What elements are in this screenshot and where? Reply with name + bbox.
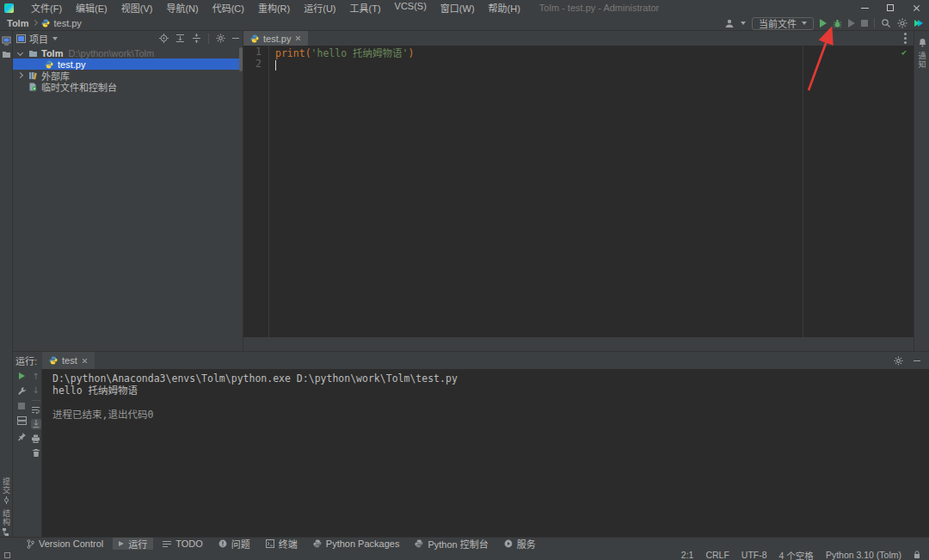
scroll-to-end-icon[interactable] <box>31 419 41 429</box>
menu-run[interactable]: 运行(U) <box>297 0 342 16</box>
menu-edit[interactable]: 编辑(E) <box>69 0 114 16</box>
toolwindow-python-packages[interactable]: Python Packages <box>307 538 406 551</box>
run-configuration-select[interactable]: 当前文件 <box>752 17 814 30</box>
chevron-collapsed-icon[interactable] <box>17 72 23 78</box>
chevron-expanded-icon[interactable] <box>17 50 23 56</box>
up-stacktrace-icon[interactable]: ↑ <box>32 372 39 381</box>
project-scrollbar[interactable] <box>239 47 243 71</box>
minimize-button[interactable] <box>852 0 877 15</box>
run-panel-settings-gear-icon[interactable] <box>894 356 903 366</box>
menu-file[interactable]: 文件(F) <box>24 0 69 16</box>
maximize-button[interactable] <box>877 0 903 15</box>
toolwindow-label: 服务 <box>517 537 536 551</box>
indent-widget[interactable]: 4 个空格 <box>779 549 814 560</box>
interpreter-widget[interactable]: Python 3.10 (Tolm) <box>826 550 901 560</box>
locate-file-button[interactable] <box>159 34 169 43</box>
encoding-widget[interactable]: UTF-8 <box>741 550 767 560</box>
toolwindow-python-console[interactable]: Python 控制台 <box>409 538 494 551</box>
menu-window[interactable]: 窗口(W) <box>434 0 482 16</box>
soft-wrap-icon[interactable] <box>31 406 40 414</box>
stop-button[interactable] <box>861 20 868 27</box>
run-with-coverage-button[interactable] <box>848 19 855 28</box>
text-caret <box>275 60 276 71</box>
project-settings-gear-icon[interactable] <box>216 34 225 43</box>
project-view-caret-icon[interactable] <box>52 37 58 40</box>
structure-stripe-label: 结构 <box>1 509 12 526</box>
tree-row-root[interactable]: Tolm D:\python\work\Tolm <box>13 47 243 58</box>
menu-navigate[interactable]: 导航(N) <box>159 0 205 16</box>
toolwindow-services[interactable]: 服务 <box>498 538 542 551</box>
toolwindow-run[interactable]: 运行 <box>113 538 153 551</box>
stop-icon <box>18 403 25 409</box>
run-button[interactable] <box>820 19 827 28</box>
collapse-all-button[interactable] <box>192 34 201 43</box>
menu-vcs[interactable]: VCS(S) <box>388 0 434 16</box>
toolwindow-todo[interactable]: TODO <box>157 538 209 551</box>
down-stacktrace-icon[interactable]: ↓ <box>32 386 39 395</box>
minimize-icon <box>861 8 869 9</box>
clear-console-trash-icon[interactable] <box>32 448 40 458</box>
user-dropdown-caret-icon[interactable] <box>741 22 746 25</box>
status-bar: 2:1 CRLF UTF-8 4 个空格 Python 3.10 (Tolm) <box>0 550 929 560</box>
breadcrumb-file[interactable]: test.py <box>53 18 81 28</box>
stop-process-button[interactable] <box>18 403 25 409</box>
bell-icon <box>918 38 927 47</box>
menu-refactor[interactable]: 重构(R) <box>251 0 297 16</box>
project-view-icon <box>16 34 26 43</box>
close-button[interactable] <box>903 0 929 15</box>
menu-code[interactable]: 代码(C) <box>206 0 251 16</box>
tab-close-icon[interactable] <box>295 35 301 41</box>
settings-gear-icon[interactable] <box>897 18 907 28</box>
breadcrumb-project[interactable]: Tolm <box>7 18 28 28</box>
run-tab-close-icon[interactable] <box>82 358 88 364</box>
notifications-bell-button[interactable] <box>914 38 929 47</box>
toolwindow-terminal[interactable]: 终端 <box>260 538 304 551</box>
bookmarks-stripe-button[interactable] <box>0 50 13 58</box>
hide-panel-button[interactable] <box>232 38 239 39</box>
code-line-1[interactable]: print('hello 托纳姆物语') <box>275 47 414 59</box>
right-margin-guide <box>803 46 803 337</box>
code-with-me-icon[interactable] <box>914 18 924 28</box>
services-icon <box>504 539 513 548</box>
editor-body[interactable]: 1 2 print('hello 托纳姆物语') ✔ <box>243 46 914 337</box>
project-stripe-button[interactable] <box>0 36 13 46</box>
notifications-stripe-button[interactable]: 通知 <box>914 52 929 69</box>
edit-configuration-wrench-icon[interactable] <box>17 386 27 396</box>
structure-stripe-button[interactable]: 结构 <box>0 509 13 536</box>
commit-stripe-button[interactable]: 提交 <box>0 477 13 504</box>
tree-row-scratches[interactable]: 临时文件和控制台 <box>13 81 243 92</box>
run-configuration-label: 当前文件 <box>759 16 797 30</box>
menu-view[interactable]: 视图(V) <box>114 0 160 16</box>
console-toolbar-divider <box>32 400 40 401</box>
editor-gutter: 1 2 <box>243 46 269 337</box>
rerun-button[interactable] <box>19 372 25 379</box>
run-panel-body: ↑ ↓ D:\python\Anaconda3\envs\Tolm\python… <box>13 369 929 537</box>
toolwindow-version-control[interactable]: Version Control <box>21 538 109 551</box>
restore-layout-icon[interactable] <box>17 416 27 425</box>
user-avatar-icon[interactable] <box>724 18 735 28</box>
menu-tools[interactable]: 工具(T) <box>343 0 388 16</box>
editor-area: test.py 1 2 print('hello 托纳姆物语') ✔ <box>243 31 914 337</box>
scratches-icon <box>28 83 37 91</box>
expand-selection-button[interactable] <box>175 34 185 43</box>
run-panel-hide-button[interactable] <box>914 360 920 361</box>
toolwindow-problems[interactable]: 问题 <box>212 538 256 551</box>
run-panel-title: 运行: <box>13 352 42 369</box>
code-token-paren: ) <box>408 47 414 59</box>
debug-button[interactable] <box>833 19 842 28</box>
hide-icon <box>914 360 920 361</box>
line-ending-widget[interactable]: CRLF <box>705 550 729 560</box>
editor-options-kebab-icon[interactable] <box>904 33 907 46</box>
menu-help[interactable]: 帮助(H) <box>482 0 527 16</box>
pin-tab-icon[interactable] <box>17 432 27 441</box>
run-tab-test[interactable]: test <box>42 352 95 369</box>
run-console-output[interactable]: D:\python\Anaconda3\envs\Tolm\python.exe… <box>41 369 929 537</box>
editor-tab-testpy[interactable]: test.py <box>243 31 308 46</box>
inspections-ok-icon[interactable]: ✔ <box>901 47 907 57</box>
search-everywhere-button[interactable] <box>881 18 891 28</box>
readonly-lock-icon[interactable] <box>914 551 920 559</box>
print-icon[interactable] <box>31 434 40 443</box>
toolwindow-switcher-icon[interactable] <box>4 552 10 558</box>
caret-position-widget[interactable]: 2:1 <box>681 550 694 560</box>
project-panel-title[interactable]: 项目 <box>29 32 48 46</box>
